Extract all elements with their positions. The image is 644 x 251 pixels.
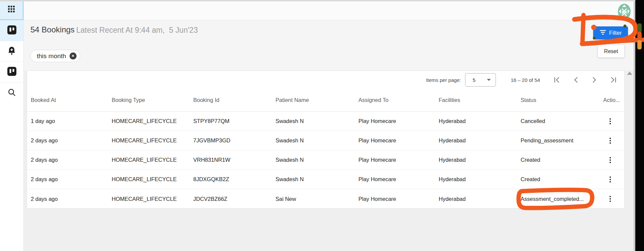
cell-assigned-to: Play Homecare [358,196,439,202]
grid-icon [8,6,15,14]
column-header-actions: Actio... [603,97,624,103]
cell-patient-name: Swadesh N [276,118,358,124]
sidebar-item-board[interactable] [0,20,23,41]
chevron-down-icon [487,79,491,81]
cell-status: Assessment_completed... [521,196,603,202]
cell-booked-at: 2 days ago [31,196,112,202]
previous-page-button[interactable] [571,76,580,84]
cell-facilities: Hyderabad [439,137,521,144]
row-actions-kebab-icon[interactable] [605,193,615,205]
cell-assigned-to: Play Homecare [358,118,439,124]
cell-patient-name: Swadesh N [276,137,358,144]
column-header-booked-at: Booked At [31,97,112,103]
cell-booking-id: JDCV2BZ66Z [193,196,276,202]
cell-facilities: Hyderabad [439,196,521,202]
cell-status: Pending_assessment [521,137,603,144]
search-icon [8,88,16,98]
cell-booking-type: HOMECARE_LIFECYCLE [112,196,193,202]
filter-lines-icon [600,30,606,36]
row-actions-kebab-icon[interactable] [605,116,615,127]
column-header-status: Status [521,97,603,103]
cell-booking-type: HOMECARE_LIFECYCLE [112,118,193,124]
column-header-booking-id: Booking Id [193,97,276,103]
top-header [23,0,635,20]
table-row: 2 days ago HOMECARE_LIFECYCLE VRH831NR1W… [27,150,624,170]
row-actions-kebab-icon[interactable] [605,135,615,146]
board-icon [7,25,16,36]
cell-booking-id: STPY8P77QM [193,118,276,124]
sidebar-item-search[interactable] [0,82,23,103]
first-page-button[interactable] [553,76,561,84]
table-header-row: Booked At Booking Type Booking Id Patien… [27,89,624,112]
reset-button[interactable]: Reset [598,45,624,57]
window-right-strip [635,0,644,251]
cell-booking-id: VRH831NR1W [193,157,276,163]
page-title: 54 Bookings [30,25,75,34]
avatar[interactable] [618,4,631,19]
filter-button[interactable]: Filter [593,26,628,39]
sidebar-item-notifications[interactable] [0,41,23,61]
cell-booking-id: 8JDXGQKB2Z [193,176,276,182]
cell-assigned-to: Play Homecare [358,137,439,144]
cell-booked-at: 2 days ago [31,157,112,163]
cell-facilities: Hyderabad [439,118,521,124]
filter-button-label: Filter [609,30,622,36]
cell-booked-at: 2 days ago [31,137,112,144]
next-page-button[interactable] [590,76,599,84]
cell-booking-type: HOMECARE_LIFECYCLE [112,176,193,182]
filter-chip-this-month[interactable]: this month ✕ [30,50,80,62]
sidebar [0,0,24,251]
pagination-nav [553,76,618,84]
cell-booking-type: HOMECARE_LIFECYCLE [112,157,193,163]
cell-facilities: Hyderabad [439,157,521,163]
table-body: 1 day ago HOMECARE_LIFECYCLE STPY8P77QM … [27,112,624,209]
latest-recent-subtitle: Latest Recent At 9:44 am, 5 Jun'23 [76,26,198,35]
column-header-booking-type: Booking Type [112,97,193,103]
window-top-edge [0,0,635,1]
column-header-patient-name: Patient Name [276,97,358,103]
table-row: 2 days ago HOMECARE_LIFECYCLE 8JDXGQKB2Z… [27,170,624,189]
page-size-select[interactable]: 5 [465,73,496,87]
table-row: 1 day ago HOMECARE_LIFECYCLE STPY8P77QM … [27,112,624,131]
bell-plus-icon [7,46,16,57]
cell-booking-type: HOMECARE_LIFECYCLE [112,137,193,144]
board-icon [7,67,16,77]
row-actions-kebab-icon[interactable] [605,174,615,185]
cell-status: Created [521,176,603,182]
cell-facilities: Hyderabad [439,176,521,182]
scrollbar-up-arrow-icon[interactable] [627,72,632,75]
cell-booked-at: 1 day ago [31,118,112,124]
column-header-facilities: Facilities [439,97,521,103]
cell-patient-name: Swadesh N [276,176,358,182]
table-row: 2 days ago HOMECARE_LIFECYCLE 7JGVBMP3GD… [27,131,624,150]
chip-close-icon[interactable]: ✕ [70,52,77,59]
cell-assigned-to: Play Homecare [358,176,439,182]
bookings-table-card: Items per page: 5 16 – 20 of 54 Booked A… [27,71,625,209]
cell-booking-id: 7JGVBMP3GD [193,137,276,144]
cell-patient-name: Swadesh N [276,157,358,163]
pagination-bar: Items per page: 5 16 – 20 of 54 [426,71,618,89]
sidebar-item-board-2[interactable] [0,61,23,82]
chip-label: this month [37,52,66,60]
cell-assigned-to: Play Homecare [358,157,439,163]
items-per-page-label: Items per page: [426,77,461,83]
page-range-label: 16 – 20 of 54 [511,77,540,83]
cell-status: Created [521,157,603,163]
cell-status: Cancelled [521,118,603,124]
row-actions-kebab-icon[interactable] [605,154,615,166]
page-size-value: 5 [472,77,475,83]
cell-booked-at: 2 days ago [31,176,112,182]
table-row: 2 days ago HOMECARE_LIFECYCLE JDCV2BZ66Z… [27,189,624,209]
column-header-assigned-to: Assigned To [358,97,439,103]
cell-patient-name: Sai New [276,196,358,202]
last-page-button[interactable] [609,76,618,84]
sidebar-item-apps[interactable] [0,0,23,20]
